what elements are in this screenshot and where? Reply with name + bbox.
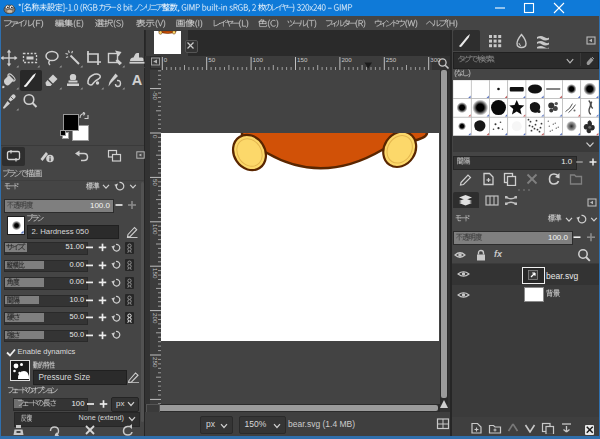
svg-text:A: A [131, 72, 142, 88]
